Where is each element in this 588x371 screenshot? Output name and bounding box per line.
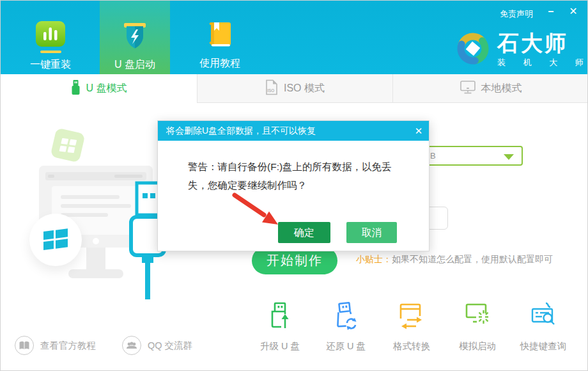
qq-group-link[interactable]: QQ 交流群 (122, 336, 192, 355)
iso-icon-label: ISO (267, 88, 274, 93)
mode-tab-usb[interactable]: U 盘模式 (1, 74, 197, 103)
dialog-warning-text: 警告：请自行备份(F:)盘上的所有数据，以免丢失，您确定要继续制作吗？ (188, 157, 406, 194)
format-convert-icon (399, 322, 424, 333)
tip-line: 小贴士：如果不知道怎么配置，使用默认配置即可 (356, 254, 553, 265)
tool-restore-usb[interactable]: 还原 U 盘 (311, 302, 381, 352)
tool-label: 升级 U 盘 (245, 340, 315, 352)
monitor-icon (460, 80, 476, 97)
windows-tile-decoration (50, 127, 85, 162)
tab-one-key-reinstall[interactable]: 一键重装 (13, 1, 88, 74)
mode-tab-bar: U 盘模式 ISO ISO 模式 本地模式 (1, 74, 588, 103)
confirm-button[interactable]: 确定 (278, 222, 330, 243)
windows-logo-badge (29, 214, 82, 266)
disclaimer-link[interactable]: 免责声明 (500, 8, 533, 20)
usb-drive-select-value: B (430, 151, 436, 161)
brand-swirl-icon (454, 31, 491, 69)
tab-label: 一键重装 (30, 58, 71, 72)
iso-file-icon: ISO (265, 79, 278, 98)
hotkey-query-icon (530, 322, 556, 333)
mode-tab-label: ISO 模式 (284, 82, 325, 95)
mode-tab-label: U 盘模式 (86, 82, 127, 95)
link-label: QQ 交流群 (148, 340, 192, 352)
official-tutorial-link[interactable]: 查看官方教程 (15, 336, 96, 355)
simulate-boot-icon (465, 322, 490, 333)
mode-tab-local[interactable]: 本地模式 (392, 74, 588, 103)
tab-tutorial[interactable]: 使用教程 (182, 1, 258, 74)
tool-label: 快捷键查询 (508, 340, 578, 352)
usb-upgrade-icon (267, 322, 293, 333)
dialog-title: 将会删除U盘全部数据，且不可以恢复 (158, 121, 429, 141)
tab-underline-bar (40, 51, 61, 53)
warning-dialog: 将会删除U盘全部数据，且不可以恢复 ✕ 警告：请自行备份(F:)盘上的所有数据，… (157, 120, 429, 251)
tip-label: 小贴士： (356, 254, 392, 264)
tip-text: 如果不知道怎么配置，使用默认配置即可 (392, 254, 553, 264)
tool-simulate-boot[interactable]: 模拟启动 (442, 302, 513, 352)
close-button[interactable]: ✕ (564, 3, 582, 20)
shield-lightning-icon (121, 21, 149, 53)
brand-name: 石大师 (497, 31, 588, 55)
cancel-button[interactable]: 取消 (346, 222, 397, 243)
tool-label: 模拟启动 (442, 340, 513, 352)
tab-usb-boot[interactable]: U 盘启动 (100, 1, 170, 74)
app-window: 一键重装 U 盘启动 使用教 (0, 0, 588, 371)
brand-subtitle: 装 机 大 师 (497, 57, 588, 68)
header-bar: 一键重装 U 盘启动 使用教 (1, 1, 588, 74)
usb-restore-icon (333, 322, 359, 333)
chevron-down-icon (504, 154, 514, 160)
tab-label: U 盘启动 (114, 58, 155, 72)
mode-tab-label: 本地模式 (481, 82, 522, 95)
tool-upgrade-usb[interactable]: 升级 U 盘 (245, 302, 315, 352)
tool-hotkey-query[interactable]: 快捷键查询 (508, 302, 578, 352)
people-circle-icon (122, 336, 141, 355)
dialog-close-icon[interactable]: ✕ (408, 121, 429, 141)
minimize-button[interactable]: – (542, 3, 560, 20)
link-label: 查看官方教程 (40, 340, 96, 352)
brand-logo: 石大师 装 机 大 师 (454, 31, 588, 69)
usb-stick-icon (71, 80, 81, 98)
bar-chart-icon (36, 21, 65, 49)
book-icon (207, 21, 233, 52)
book-circle-icon (15, 336, 34, 355)
mode-tab-iso[interactable]: ISO ISO 模式 (197, 74, 392, 103)
tab-label: 使用教程 (199, 57, 240, 70)
tool-label: 还原 U 盘 (311, 340, 381, 352)
tool-format-convert[interactable]: 格式转换 (376, 302, 447, 352)
tool-label: 格式转换 (376, 340, 447, 352)
